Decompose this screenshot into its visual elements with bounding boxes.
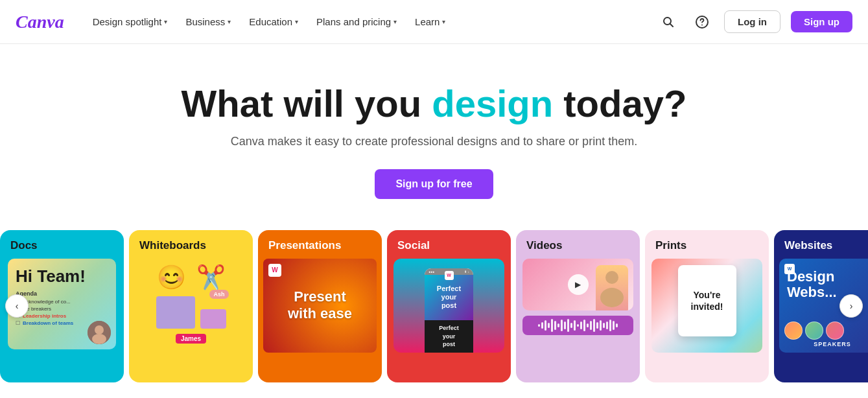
nav-business-label: Business — [185, 16, 225, 27]
cards-next-button[interactable]: › — [839, 294, 863, 318]
svg-point-5 — [92, 334, 106, 344]
hero-subtitle: Canva makes it easy to create profession… — [13, 135, 855, 148]
card-websites-content: W DesignWebs... SPEAKERS — [774, 259, 868, 382]
nav-plans-label: Plans and pricing — [316, 16, 391, 27]
search-button[interactable] — [657, 10, 680, 34]
hero-title-part2: today? — [553, 82, 686, 124]
waveform-bar — [554, 321, 556, 330]
agenda-item-3: ☑Leadership intros — [16, 313, 108, 319]
nav-plans[interactable]: Plans and pricing ▾ — [309, 11, 405, 32]
waveform-bar — [616, 323, 618, 327]
waveform-bar — [548, 323, 550, 328]
docs-hi-text: Hi Team! — [16, 266, 108, 287]
waveform-bar — [545, 320, 546, 331]
docs-avatar — [88, 321, 111, 344]
hero-cta-button[interactable]: Sign up for free — [375, 169, 493, 199]
social-phone-bottom: Perfectyourpost — [425, 320, 473, 353]
waveform-bar — [600, 320, 602, 331]
card-docs-content: Hi Team! Agenda ☑Acknowledge of co... ☐I… — [0, 259, 124, 382]
card-videos[interactable]: Videos ▶ — [516, 230, 640, 382]
card-prints[interactable]: Prints You'reinvited! — [645, 230, 769, 382]
nav-design-spotlight-chevron: ▾ — [164, 18, 167, 25]
pres-canva-logo: W — [268, 264, 281, 277]
help-button[interactable] — [690, 10, 714, 34]
header-actions: Log in Sign up — [657, 10, 852, 34]
waveform-bar — [590, 321, 592, 330]
waveform-bar — [613, 321, 615, 330]
nav-business-chevron: ▾ — [228, 18, 231, 25]
prints-inner: You'reinvited! — [651, 259, 762, 353]
help-icon — [695, 15, 709, 29]
websites-design-text: DesignWebs... — [787, 269, 837, 300]
card-docs-label: Docs — [0, 230, 124, 259]
card-presentations-content: W Presentwith ease — [258, 259, 382, 382]
prints-invite-card: You'reinvited! — [678, 265, 736, 336]
card-websites-label: Websites — [774, 230, 868, 259]
nav-plans-chevron: ▾ — [393, 18, 397, 25]
avatar-icon — [88, 321, 111, 344]
card-prints-content: You'reinvited! — [645, 259, 769, 382]
nav-learn[interactable]: Learn ▾ — [407, 11, 453, 32]
waveform-bar — [596, 322, 598, 329]
waveform-bar — [577, 324, 579, 327]
nav-education-chevron: ▾ — [295, 18, 298, 25]
waveform-bar — [609, 320, 611, 331]
waveform-bar — [567, 319, 569, 332]
emoji-scissors: ✂️ — [196, 264, 226, 291]
waveform-bar — [561, 320, 563, 331]
nav-business[interactable]: Business ▾ — [178, 11, 239, 32]
video-play-button[interactable]: ▶ — [568, 274, 589, 295]
waveform-bar — [557, 323, 559, 327]
cards-strip: ‹ Docs Hi Team! Agenda ☑Acknowledge of c… — [0, 230, 868, 382]
websites-speakers-label: SPEAKERS — [779, 341, 868, 347]
canva-logo[interactable]: Canva — [16, 12, 64, 32]
videos-inner: ▶ — [522, 259, 633, 335]
wb-shapes: Ash — [156, 296, 226, 329]
card-prints-label: Prints — [645, 230, 769, 259]
waveform-bar — [551, 319, 553, 332]
social-post-text: Perfectyourpost — [437, 285, 461, 310]
card-social[interactable]: Social ●●● ⬆ ↓ W Perfectyourpost Perfect… — [387, 230, 511, 382]
waveform-bar — [538, 324, 540, 327]
hero-section: What will you design today? Canva makes … — [0, 44, 868, 225]
waveform-bar — [570, 323, 572, 328]
social-inner: ●●● ⬆ ↓ W Perfectyourpost Perfectyourpos… — [393, 259, 504, 353]
signup-button[interactable]: Sign up — [791, 11, 852, 32]
video-thumb: ▶ — [522, 259, 633, 310]
wb-rect-main — [156, 296, 195, 329]
websites-avatars — [784, 322, 868, 340]
wb-user-badge: Ash — [209, 290, 228, 299]
wb-rect-small — [200, 309, 226, 329]
header: Canva Design spotlight ▾ Business ▾ Educ… — [0, 0, 868, 44]
nav-design-spotlight[interactable]: Design spotlight ▾ — [85, 11, 176, 32]
waveform-bar — [580, 322, 582, 329]
card-whiteboards-content: 😊 ✂️ Ash James — [129, 259, 253, 382]
card-social-content: ●●● ⬆ ↓ W Perfectyourpost Perfectyourpos… — [387, 259, 511, 382]
nav-design-spotlight-label: Design spotlight — [93, 16, 162, 27]
waveform-bar — [574, 320, 576, 331]
card-whiteboards[interactable]: Whiteboards 😊 ✂️ Ash James — [129, 230, 253, 382]
svg-point-7 — [600, 288, 624, 307]
card-videos-content: ▶ — [516, 259, 640, 382]
wb-emoji-row: 😊 ✂️ — [157, 264, 226, 291]
nav-education-label: Education — [249, 16, 292, 27]
ws-avatar-1 — [784, 322, 803, 340]
person-icon — [599, 268, 625, 307]
main-nav: Design spotlight ▾ Business ▾ Education … — [85, 11, 657, 32]
waveform-bar — [587, 323, 589, 327]
card-whiteboards-label: Whiteboards — [129, 230, 253, 259]
search-icon — [662, 16, 675, 29]
waveform-bar — [593, 319, 595, 332]
waveform-bar — [583, 320, 585, 331]
svg-point-4 — [95, 325, 104, 334]
wb-inner: 😊 ✂️ Ash James — [129, 259, 253, 349]
cards-prev-button[interactable]: ‹ — [5, 294, 29, 318]
ws-avatar-2 — [805, 322, 823, 340]
card-presentations[interactable]: Presentations W Presentwith ease — [258, 230, 382, 382]
login-button[interactable]: Log in — [724, 10, 780, 33]
social-phone-top: W Perfectyourpost — [425, 275, 473, 320]
video-person — [596, 265, 628, 310]
pres-inner: W Presentwith ease — [263, 259, 377, 353]
nav-education[interactable]: Education ▾ — [241, 11, 306, 32]
waveform-bar — [606, 322, 608, 329]
